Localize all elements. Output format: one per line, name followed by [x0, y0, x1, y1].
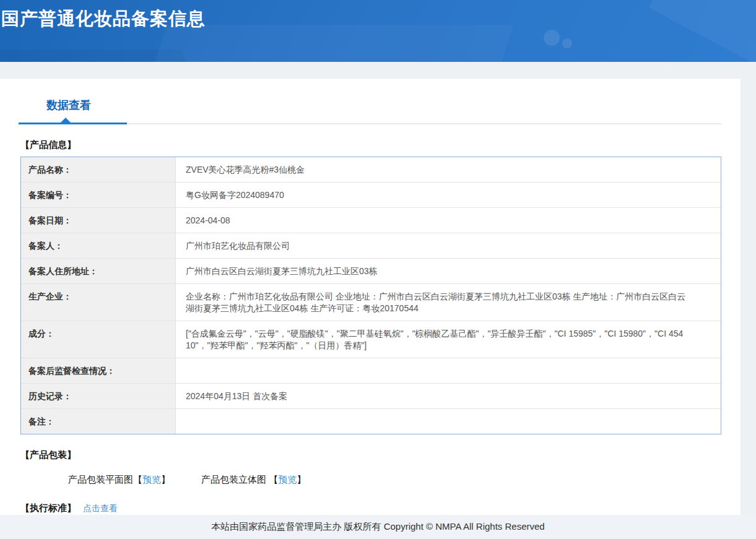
row-value [176, 358, 721, 383]
section-packaging: 【产品包装】 [20, 449, 721, 461]
page-title: 国产普通化妆品备案信息 [1, 7, 206, 32]
row-label: 备案日期： [21, 208, 176, 233]
row-value: ZVEV美心花季高光粉#3仙桃金 [176, 157, 721, 182]
row-value: 广州市珀艺化妆品有限公司 [176, 233, 721, 258]
table-row: 成分：["合成氟金云母"，"云母"，"硬脂酸镁"，"聚二甲基硅氧烷"，"棕榈酸乙… [21, 321, 721, 358]
active-tab-pointer-icon [61, 118, 71, 123]
packaging-row: 产品包装平面图【预览】 产品包装立体图 【预览】 [68, 474, 721, 486]
active-tab-indicator [19, 123, 127, 124]
packaging-flat-preview-link[interactable]: 预览 [142, 474, 161, 485]
packaging-flat-label: 产品包装平面图 [68, 474, 133, 485]
row-label: 备案编号： [21, 183, 176, 207]
section-standard: 【执行标准】 [20, 502, 76, 514]
table-row: 生产企业：企业名称：广州市珀艺化妆品有限公司 企业地址：广州市白云区白云湖街夏茅… [21, 283, 721, 321]
row-label: 备注： [21, 409, 176, 434]
packaging-3d-label: 产品包装立体图 [201, 474, 269, 485]
row-value: 粤G妆网备字2024089470 [176, 183, 721, 207]
row-label: 备案人住所地址： [21, 259, 176, 283]
header-decor-shape [648, 0, 756, 62]
content-card: 数据查看 【产品信息】 产品名称：ZVEV美心花季高光粉#3仙桃金 备案编号：粤… [0, 79, 741, 539]
bracket-close: 】 [161, 474, 170, 485]
bracket-close: 】 [297, 474, 306, 485]
header-decor-shape [0, 50, 190, 62]
table-row: 备案后监督检查情况： [21, 358, 721, 383]
packaging-3d-preview-link[interactable]: 预览 [278, 474, 297, 485]
tab-bar: 数据查看 [0, 79, 741, 124]
bracket-open: 【 [133, 474, 142, 485]
product-info-table: 产品名称：ZVEV美心花季高光粉#3仙桃金 备案编号：粤G妆网备字2024089… [20, 157, 721, 434]
page-footer: 本站由国家药品监督管理局主办 版权所有 Copyright © NMPA All… [0, 515, 756, 539]
header-decor-circle [544, 30, 560, 46]
copyright-text: 本站由国家药品监督管理局主办 版权所有 Copyright © NMPA All… [211, 521, 544, 533]
row-label: 产品名称： [21, 157, 176, 182]
row-label: 备案人： [21, 233, 176, 258]
row-value: ["合成氟金云母"，"云母"，"硬脂酸镁"，"聚二甲基硅氧烷"，"棕榈酸乙基己酯… [176, 321, 721, 358]
standard-click-view-link[interactable]: 点击查看 [83, 503, 118, 514]
row-value: 广州市白云区白云湖街夏茅三博坑九社工业区03栋 [176, 259, 721, 283]
tab-underline [19, 123, 721, 124]
main-content: 【产品信息】 产品名称：ZVEV美心花季高光粉#3仙桃金 备案编号：粤G妆网备字… [0, 139, 741, 539]
row-label: 备案后监督检查情况： [21, 358, 176, 383]
packaging-3d-item: 产品包装立体图 【预览】 [201, 474, 306, 486]
page-header: 国产普通化妆品备案信息 [0, 0, 756, 62]
packaging-flat-item: 产品包装平面图【预览】 [68, 474, 170, 486]
tab-data-view[interactable]: 数据查看 [46, 98, 91, 113]
row-label: 生产企业： [21, 284, 176, 321]
standard-row: 【执行标准】 点击查看 [20, 502, 721, 514]
table-row: 产品名称：ZVEV美心花季高光粉#3仙桃金 [21, 157, 721, 182]
table-row: 备注： [21, 408, 721, 434]
row-value: 企业名称：广州市珀艺化妆品有限公司 企业地址：广州市白云区白云湖街夏茅三博坑九社… [176, 284, 721, 321]
section-product-info: 【产品信息】 [20, 139, 721, 151]
table-row: 历史记录：2024年04月13日 首次备案 [21, 383, 721, 408]
row-value: 2024年04月13日 首次备案 [176, 384, 721, 408]
table-row: 备案人：广州市珀艺化妆品有限公司 [21, 233, 721, 258]
row-value [176, 409, 721, 434]
bracket-open: 【 [269, 474, 278, 485]
table-row: 备案人住所地址：广州市白云区白云湖街夏茅三博坑九社工业区03栋 [21, 258, 721, 283]
table-row: 备案编号：粤G妆网备字2024089470 [21, 182, 721, 207]
row-label: 历史记录： [21, 384, 176, 408]
header-decor-circle [562, 38, 572, 48]
row-value: 2024-04-08 [176, 208, 721, 233]
row-label: 成分： [21, 321, 176, 358]
table-row: 备案日期：2024-04-08 [21, 207, 721, 233]
